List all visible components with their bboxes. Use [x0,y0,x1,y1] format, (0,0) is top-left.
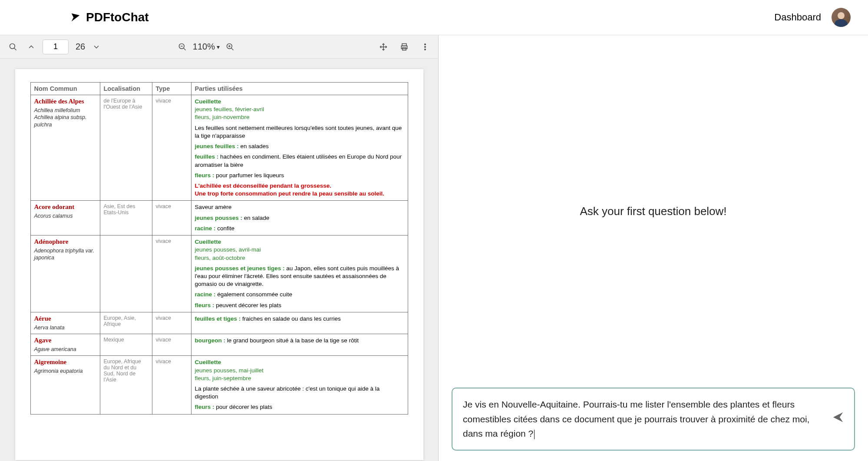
cell-nom: AdénophoreAdenophora triphylla var. japo… [30,235,100,312]
col-parts: Parties utilisées [191,83,408,95]
chat-input-wrap: Je vis en Nouvelle-Aquitaine. Pourrais-t… [439,388,868,461]
harvest-title: Cueillette [195,359,221,365]
page-number-input[interactable] [43,40,69,54]
harvest-line: fleurs, août-octobre [195,255,245,261]
search-icon[interactable] [6,40,20,54]
zoom-out-icon[interactable] [175,40,189,54]
common-name: Aérue [34,315,96,322]
cell-nom: Achillée des AlpesAchillea millefoliumAc… [30,95,100,201]
part-val: pour décorer les plats [216,404,272,410]
table-row: Acore odorantAcorus calamusAsie, Est des… [30,201,408,235]
print-icon[interactable] [397,40,411,54]
harvest-title: Cueillette [195,98,221,105]
parts-block: feuilles : hachées en condiment. Elles é… [195,153,404,169]
cell-localisation: Europe, Asie, Afrique [100,312,152,334]
svg-point-15 [425,46,426,47]
part-key: fleurs : [195,172,215,179]
cell-parts: Cueillettejeunes pousses, avril-maifleur… [191,235,408,312]
parts-block: L'achillée est déconseillée pendant la g… [195,182,404,198]
cell-type: vivace [152,334,191,356]
page-total: 26 [76,42,85,52]
parts-block: Les feuilles sont nettement meilleures l… [195,124,404,140]
cell-localisation: Asie, Est des Etats-Unis [100,201,152,235]
harvest-line: fleurs, juin-novembre [195,114,250,120]
zoom-controls: 110% ▾ [175,40,237,54]
text-cursor [534,430,535,439]
cell-parts: feuilles et tiges : fraiches en salade o… [191,312,408,334]
dashboard-link[interactable]: Dashboard [774,12,821,23]
parts-block: Cueillettejeunes pousses, avril-maifleur… [195,238,404,262]
table-row: Achillée des AlpesAchillea millefoliumAc… [30,95,408,201]
harvest-line: jeunes pousses, mai-juillet [195,367,264,374]
panel-resize-handle[interactable] [436,35,441,461]
cell-type: vivace [152,312,191,334]
part-key: fleurs : [195,302,215,308]
svg-line-1 [14,48,17,50]
chat-input-text: Je vis en Nouvelle-Aquitaine. Pourrais-t… [463,399,809,438]
part-key: jeunes pousses et jeunes tiges : [195,265,285,272]
plants-table: Nom Commun Localisation Type Parties uti… [30,82,408,415]
part-val: peuvent décorer les plats [216,302,281,308]
svg-line-8 [231,48,233,50]
part-key: racine : [195,225,216,232]
more-icon[interactable] [418,40,432,54]
chat-input[interactable]: Je vis en Nouvelle-Aquitaine. Pourrais-t… [452,388,855,451]
chevron-down-icon: ▾ [217,43,220,50]
parts-block: racine : également consommée cuite [195,291,404,298]
cell-nom: AérueAerva lanata [30,312,100,334]
chat-panel: Ask your first question below! Je vis en… [439,35,868,461]
prev-page-icon[interactable] [24,40,38,54]
part-val: le grand bourgeon situé à la base de la … [227,337,359,344]
part-key: jeunes pousses : [195,215,243,221]
zoom-in-icon[interactable] [223,40,237,54]
cell-localisation: de l'Europe à l'Ouest de l'Asie [100,95,152,201]
warning-line: L'achillée est déconseillée pendant la g… [195,182,404,190]
harvest-line: jeunes pousses, avril-mai [195,246,261,253]
send-button[interactable] [832,411,845,428]
cell-type: vivace [152,356,191,414]
pdf-page: Nom Commun Localisation Type Parties uti… [15,69,423,460]
warning-line: Une trop forte consommation peut rendre … [195,190,404,198]
pdf-panel: 26 110% ▾ [0,35,439,461]
part-val: pour parfumer les liqueurs [216,172,284,179]
logo-icon [69,11,82,23]
svg-point-16 [425,49,426,50]
next-page-icon[interactable] [89,40,103,54]
chat-empty-prompt: Ask your first question below! [439,35,868,388]
svg-point-0 [10,43,15,49]
part-val: en salade [244,215,270,221]
app-logo[interactable]: PDFtoChat [69,10,149,24]
pan-icon[interactable] [376,40,390,54]
part-val: confite [217,225,234,232]
latin-name: Acorus calamus [34,212,96,219]
cell-parts: Cueillettejeunes pousses, mai-juilletfle… [191,356,408,414]
table-row: AérueAerva lanataEurope, Asie, Afriquevi… [30,312,408,334]
table-row: AigremoineAgrimonia eupatoriaEurope, Afr… [30,356,408,414]
cell-parts: Cueillettejeunes feuilles, février-avril… [191,95,408,201]
parts-block: racine : confite [195,225,404,232]
app-header: PDFtoChat Dashboard [0,0,868,35]
part-key: jeunes feuilles : [195,143,239,149]
common-name: Acore odorant [34,203,96,211]
avatar[interactable] [832,8,851,27]
parts-block: jeunes pousses : en salade [195,214,404,222]
parts-block: fleurs : peuvent décorer les plats [195,302,404,309]
cell-type: vivace [152,201,191,235]
zoom-level[interactable]: 110% ▾ [193,42,220,52]
parts-block: Cueillettejeunes pousses, mai-juilletfle… [195,358,404,382]
parts-block: fleurs : pour parfumer les liqueurs [195,172,404,179]
table-row: AdénophoreAdenophora triphylla var. japo… [30,235,408,312]
pdf-viewport[interactable]: Nom Commun Localisation Type Parties uti… [0,59,438,461]
common-name: Adénophore [34,238,96,245]
svg-line-4 [183,48,185,50]
cell-type: vivace [152,95,191,201]
zoom-value: 110% [193,42,215,52]
harvest-line: jeunes feuilles, février-avril [195,106,264,113]
latin-name: Adenophora triphylla var. japonica [34,247,96,262]
part-key: feuilles et tiges : [195,315,241,322]
latin-name: Agave americana [34,346,96,353]
parts-block: La plante séchée à une saveur abricotée … [195,385,404,401]
parts-block: Cueillettejeunes feuilles, février-avril… [195,98,404,122]
col-type: Type [152,83,191,95]
cell-nom: Acore odorantAcorus calamus [30,201,100,235]
